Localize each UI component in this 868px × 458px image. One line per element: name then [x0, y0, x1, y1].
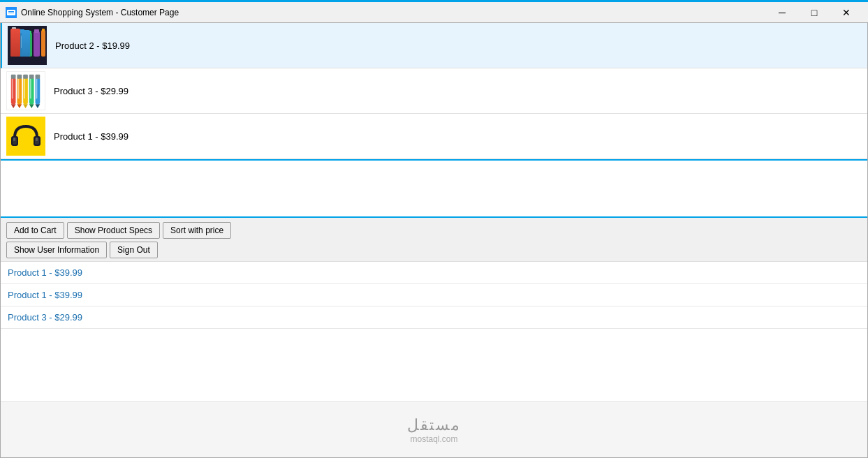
product-2-image	[8, 26, 47, 65]
svg-rect-9	[20, 29, 24, 33]
product-1-thumbnail	[6, 117, 45, 156]
button-bar: Add to Cart Show Product Specs Sort with…	[1, 218, 867, 262]
svg-rect-37	[30, 79, 31, 99]
add-to-cart-button[interactable]: Add to Cart	[6, 222, 64, 239]
product-3-image	[7, 71, 45, 110]
svg-rect-38	[36, 79, 37, 99]
product-3-thumbnail	[6, 71, 45, 110]
product-item-2[interactable]: Product 2 - $19.99	[1, 23, 867, 68]
product-2-thumbnail	[8, 26, 47, 65]
svg-rect-35	[17, 79, 19, 99]
svg-rect-7	[12, 27, 16, 30]
title-bar: Online Shopping System - Customer Page ─…	[0, 0, 868, 22]
svg-rect-11	[27, 31, 31, 34]
svg-rect-3	[8, 13, 14, 13]
svg-rect-16	[13, 34, 14, 48]
sort-with-price-button[interactable]: Sort with price	[163, 222, 231, 239]
watermark-url: mostaql.com	[410, 434, 457, 444]
product-item-3[interactable]: Product 3 - $29.99	[1, 68, 867, 114]
sign-out-button[interactable]: Sign Out	[110, 242, 158, 258]
product-3-name: Product 3 - $29.99	[54, 86, 128, 96]
maximize-button[interactable]: □	[798, 1, 830, 24]
svg-rect-45	[36, 138, 38, 141]
watermark-area: مستقل mostaql.com	[1, 401, 867, 457]
svg-rect-6	[11, 29, 17, 33]
svg-rect-29	[11, 75, 16, 79]
cart-item-3[interactable]: Product 3 - $29.99	[1, 306, 867, 329]
minimize-button[interactable]: ─	[766, 1, 798, 24]
svg-rect-36	[24, 79, 25, 99]
svg-rect-2	[8, 11, 14, 12]
close-button[interactable]: ✕	[830, 1, 862, 24]
svg-rect-5	[10, 30, 17, 57]
svg-rect-10	[27, 33, 32, 57]
product-list-section: Product 2 - $19.99	[1, 23, 867, 161]
product-2-name: Product 2 - $19.99	[55, 40, 130, 51]
svg-rect-4	[8, 26, 47, 65]
window-title: Online Shopping System - Customer Page	[21, 8, 766, 17]
cart-item-1[interactable]: Product 1 - $39.99	[1, 262, 867, 284]
show-product-specs-button[interactable]: Show Product Specs	[67, 222, 160, 239]
svg-rect-34	[12, 79, 13, 99]
svg-rect-32	[29, 75, 34, 79]
window-controls: ─ □ ✕	[766, 1, 862, 24]
svg-rect-12	[34, 31, 40, 57]
window-content: Product 2 - $19.99	[0, 22, 868, 458]
cart-section: Product 1 - $39.99 Product 1 - $39.99 Pr…	[1, 262, 867, 401]
button-row-2: Show User Information Sign Out	[6, 242, 862, 258]
show-user-information-button[interactable]: Show User Information	[6, 242, 107, 258]
svg-rect-13	[34, 29, 39, 33]
svg-rect-15	[42, 29, 45, 31]
svg-rect-44	[13, 138, 15, 141]
svg-rect-8	[19, 31, 25, 57]
svg-rect-30	[17, 75, 22, 79]
svg-rect-14	[41, 30, 45, 57]
svg-rect-39	[6, 117, 45, 156]
product-item-1[interactable]: Product 1 - $39.99	[1, 114, 867, 159]
product-1-image	[6, 117, 45, 156]
spacer-area	[1, 161, 867, 216]
svg-rect-17	[21, 36, 22, 48]
app-icon	[6, 7, 17, 18]
watermark-arabic: مستقل	[407, 416, 461, 434]
svg-rect-33	[36, 75, 41, 79]
button-row-1: Add to Cart Show Product Specs Sort with…	[6, 222, 862, 239]
cart-item-2[interactable]: Product 1 - $39.99	[1, 284, 867, 306]
product-1-name: Product 1 - $39.99	[54, 131, 128, 142]
svg-rect-31	[23, 75, 28, 79]
